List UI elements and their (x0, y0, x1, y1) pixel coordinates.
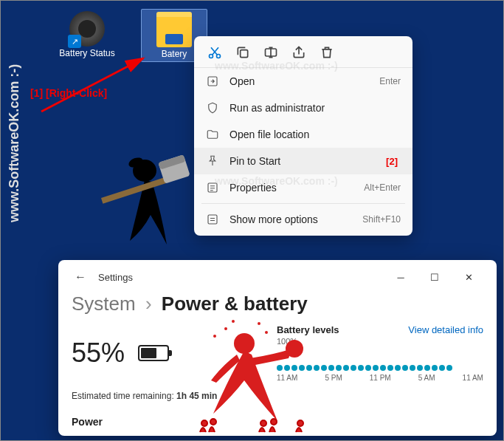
context-menu: Open Enter Run as administrator Open fil… (194, 36, 412, 236)
copy-icon[interactable] (235, 45, 250, 60)
breadcrumb-page: Power & battery (162, 293, 308, 315)
menu-label: Show more options (229, 213, 362, 225)
chevron-right-icon: › (145, 293, 152, 315)
window-title: Settings (98, 272, 133, 283)
delete-icon[interactable] (320, 45, 334, 60)
svg-point-9 (128, 156, 145, 169)
close-button[interactable]: ✕ (454, 267, 483, 287)
minimize-button[interactable]: ─ (386, 267, 415, 287)
more-icon (206, 213, 219, 226)
annotation-step2: [2] (386, 156, 398, 167)
cut-icon[interactable] (207, 45, 222, 60)
menu-separator (201, 203, 405, 204)
back-button[interactable]: ← (72, 270, 89, 284)
maximize-button[interactable]: ☐ (420, 267, 449, 287)
breadcrumb-root[interactable]: System (72, 293, 136, 315)
desktop-icon-label: Battery Status (54, 48, 120, 58)
menu-shortcut: Enter (379, 76, 401, 86)
desktop-icon-battery-status[interactable]: ↗ Battery Status (54, 11, 120, 58)
folder-icon (156, 12, 192, 47)
menu-shortcut: Alt+Enter (364, 182, 401, 193)
svg-rect-11 (158, 154, 190, 184)
chart-time-axis: 11 AM 5 PM 11 PM 5 AM 11 AM (277, 374, 483, 382)
svg-line-0 (41, 58, 143, 112)
shield-icon (206, 101, 219, 114)
levels-scale: 100% (277, 337, 483, 346)
battery-icon (138, 345, 169, 361)
annotation-arrow (34, 52, 152, 119)
view-detailed-info-link[interactable]: View detailed info (408, 324, 483, 335)
menu-label: Run as administrator (229, 102, 401, 114)
folder-open-icon (206, 128, 219, 141)
power-section-header: Power (72, 416, 483, 428)
watermark-vertical: www.SoftwareOK.com :-) (7, 64, 22, 222)
svg-rect-7 (208, 215, 217, 224)
menu-label: Open file location (229, 129, 401, 140)
menu-item-more-options[interactable]: Show more options Shift+F10 (194, 206, 412, 233)
menu-item-open[interactable]: Open Enter (194, 68, 412, 95)
context-menu-topbar (194, 41, 412, 68)
svg-point-8 (133, 160, 156, 182)
svg-rect-10 (101, 177, 166, 203)
menu-item-properties[interactable]: Properties Alt+Enter (194, 174, 412, 201)
svg-rect-3 (241, 50, 248, 58)
menu-label: Open (229, 75, 379, 87)
menu-shortcut: Shift+F10 (362, 214, 401, 225)
rename-icon[interactable] (263, 45, 278, 60)
share-icon[interactable] (291, 45, 306, 60)
estimated-time: Estimated time remaining: 1h 45 min (72, 391, 483, 401)
shortcut-arrow-icon: ↗ (68, 35, 81, 48)
battery-percentage: 55% (72, 338, 125, 369)
properties-icon (206, 181, 219, 194)
menu-item-open-location[interactable]: Open file location (194, 121, 412, 148)
battery-chart (277, 365, 483, 371)
open-icon (206, 75, 219, 88)
pin-icon (206, 154, 219, 168)
battery-levels-title: Battery levels (277, 324, 339, 335)
svg-rect-12 (158, 154, 185, 170)
menu-label: Properties (229, 182, 364, 194)
folder-content-icon (165, 34, 183, 44)
menu-item-pin-start[interactable]: Pin to Start [2] (194, 148, 412, 174)
mascot-hammer-figure (93, 145, 196, 256)
annotation-right-click: [1] [Right-Click] (30, 87, 107, 99)
breadcrumb: System › Power & battery (72, 293, 483, 315)
menu-item-run-admin[interactable]: Run as administrator (194, 95, 412, 121)
window-titlebar: ← Settings ─ ☐ ✕ (72, 266, 483, 288)
settings-window: ← Settings ─ ☐ ✕ System › Power & batter… (58, 260, 497, 436)
menu-label: Pin to Start (229, 155, 386, 167)
gear-icon: ↗ (69, 11, 105, 47)
